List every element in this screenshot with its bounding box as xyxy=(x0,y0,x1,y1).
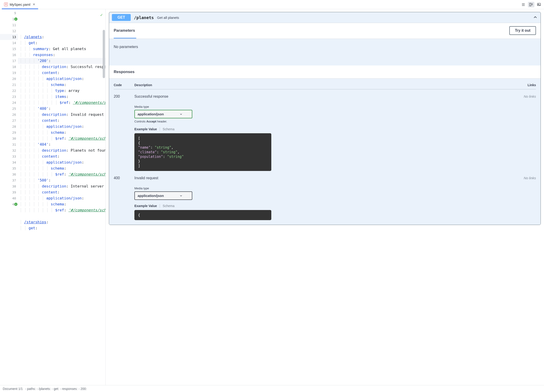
line-number: 18 xyxy=(0,64,18,70)
tab-example-value[interactable]: Example Value xyxy=(134,204,157,208)
code-line[interactable]: │ │ │ │ │ │ │ │ type: array xyxy=(18,88,106,94)
code-line[interactable]: │ │ │ │ │ description: Successful respon… xyxy=(18,64,106,70)
checkmark-icon: ✓ xyxy=(100,12,103,18)
example-code-block: [ { "name": "string", "climate": "string… xyxy=(134,133,271,171)
code-line[interactable]: │ │ │ │ │ content: xyxy=(18,70,106,76)
line-number: 24 xyxy=(0,100,18,106)
operation-summary: Get all planets xyxy=(157,16,179,19)
code-line[interactable]: │ │ │ │ │ description: Planets not found xyxy=(18,148,106,154)
line-number: 25 xyxy=(0,106,18,112)
code-line[interactable]: │ │ get: xyxy=(18,225,106,231)
code-line[interactable] xyxy=(18,213,106,219)
code-line[interactable]: │ │ │ │ │ │ │ │ items: xyxy=(18,94,106,100)
breadcrumb-segment[interactable]: paths: xyxy=(27,387,36,391)
code-line[interactable]: │ │ │ │ │ │ │ schema: xyxy=(18,201,106,207)
responses-heading: Responses xyxy=(109,65,541,79)
line-number: 28 xyxy=(0,124,18,130)
operation-header[interactable]: GET /planets Get all planets xyxy=(109,12,541,23)
line-number: 40 xyxy=(0,195,18,201)
code-line[interactable]: │ │ │ summary: Get all planets xyxy=(18,46,106,52)
line-number: 26 xyxy=(0,112,18,118)
code-line[interactable]: │ /planets: xyxy=(18,34,106,40)
line-number: 21 xyxy=(0,82,18,88)
chevron-right-icon: › xyxy=(78,387,80,391)
tab-schema[interactable]: Schema xyxy=(163,204,174,208)
run-gutter-icon[interactable]: ↻ xyxy=(14,18,18,21)
breadcrumb-segment[interactable]: 200: xyxy=(80,387,87,391)
svg-rect-3 xyxy=(530,3,531,6)
media-type-select[interactable]: application/json xyxy=(134,191,192,200)
swagger-preview: GET /planets Get all planets Parameters … xyxy=(106,9,544,385)
media-type-select[interactable]: application/json xyxy=(134,110,192,118)
example-value-tabs: Example ValueSchema xyxy=(134,127,518,131)
code-line[interactable]: │ │ │ │ │ content: xyxy=(18,118,106,124)
response-description-cell: Successful responseMedia typeapplication… xyxy=(134,95,518,171)
code-line[interactable]: │ │ │ │ │ │ application/json: xyxy=(18,160,106,166)
line-number: 13 xyxy=(0,34,18,40)
breadcrumb-segment[interactable]: get: xyxy=(54,387,59,391)
line-number: 37 xyxy=(0,177,18,183)
code-line[interactable]: │ │ │ │ │ description: Invalid request xyxy=(18,112,106,118)
list-view-icon[interactable] xyxy=(520,2,526,7)
split-preview-icon[interactable] xyxy=(528,2,534,7)
code-line[interactable]: │ │ │ │ │ │ │ │ $ref: '#/components/sche… xyxy=(18,172,106,177)
media-type-label: Media type xyxy=(134,187,518,190)
tab-bar: Y MySpec.yaml ✕ xyxy=(0,0,544,9)
line-number: 17 xyxy=(0,58,18,64)
operation-path: /planets xyxy=(134,15,154,20)
code-line[interactable]: │ │ │ │ │ │ │ │ │ $ref: '#/components/sc… xyxy=(18,100,106,106)
code-line[interactable]: │ │ │ │ │ │ application/json: xyxy=(18,195,106,201)
code-editor[interactable]: 910↻111213141516171819202122232425262728… xyxy=(0,9,106,385)
col-desc-label: Description xyxy=(134,83,518,87)
breadcrumb-segment[interactable]: /planets: xyxy=(39,387,51,391)
file-tab[interactable]: Y MySpec.yaml ✕ xyxy=(2,0,38,9)
accept-header-note: Controls Accept header. xyxy=(134,120,518,123)
tab-example-value[interactable]: Example Value xyxy=(134,127,157,131)
code-line[interactable]: │ │ │ │ │ │ │ schema: xyxy=(18,130,106,136)
code-line[interactable]: │ │ │ responses: xyxy=(18,52,106,58)
yaml-file-icon: Y xyxy=(4,3,8,6)
line-number: 29 xyxy=(0,130,18,136)
chevron-right-icon: › xyxy=(25,387,27,391)
line-number: 16 xyxy=(0,52,18,58)
col-links-label: Links xyxy=(518,83,536,87)
line-number: 11 xyxy=(0,22,18,28)
line-number: 10↻ xyxy=(0,16,18,22)
code-line[interactable]: │ │ │ │ '404': xyxy=(18,142,106,148)
preview-icon[interactable] xyxy=(536,2,542,7)
code-line[interactable]: │ │ │ │ '400': xyxy=(18,106,106,112)
code-line[interactable]: │ │ │ │ │ │ │ schema: xyxy=(18,166,106,172)
code-line[interactable]: │ │ │ │ '200': xyxy=(18,58,106,64)
example-value-tabs: Example ValueSchema xyxy=(134,204,518,208)
code-line[interactable]: │ │ │ │ │ │ │ schema: xyxy=(18,82,106,88)
code-line[interactable]: │ │ │ │ │ │ │ │ $ref: '#/components/sche… xyxy=(18,207,106,213)
tab-schema[interactable]: Schema xyxy=(163,127,174,131)
code-line[interactable]: │ │ │ │ │ │ application/json: xyxy=(18,124,106,130)
line-number: 9 xyxy=(0,10,18,16)
code-line[interactable]: │ /starships: xyxy=(18,219,106,225)
try-it-out-button[interactable]: Try it out xyxy=(509,26,536,35)
breadcrumb-segment[interactable]: responses: xyxy=(62,387,78,391)
no-parameters-text: No parameters xyxy=(109,39,541,65)
code-line[interactable]: │ │ │ │ │ content: xyxy=(18,154,106,160)
line-number: 33 xyxy=(0,154,18,160)
code-line[interactable]: │ │ │ │ │ │ application/json: xyxy=(18,76,106,82)
code-line[interactable]: │ │ get: xyxy=(18,40,106,46)
close-icon[interactable]: ✕ xyxy=(32,2,36,7)
response-row: 200Successful responseMedia typeapplicat… xyxy=(114,89,536,171)
media-type-label: Media type xyxy=(134,105,518,108)
code-line[interactable]: │ │ │ │ '500': xyxy=(18,177,106,183)
code-area[interactable]: ✓ │ /planets:│ │ get:│ │ │ summary: Get … xyxy=(18,9,106,385)
line-number: 41↻ xyxy=(0,201,18,207)
code-line[interactable]: │ │ │ │ │ content: xyxy=(18,189,106,195)
response-links: No links xyxy=(518,95,536,171)
run-gutter-icon[interactable]: ↻ xyxy=(14,203,18,206)
response-description: Invalid request xyxy=(134,176,518,180)
breadcrumb: Document 1/1 › paths: › /planets: › get:… xyxy=(0,385,544,392)
col-code-label: Code xyxy=(114,83,134,87)
scrollbar-thumb[interactable] xyxy=(103,30,105,78)
code-line[interactable]: │ │ │ │ │ │ │ │ $ref: '#/components/sche… xyxy=(18,136,106,142)
line-number: 22 xyxy=(0,88,18,94)
breadcrumb-doc: Document 1/1 xyxy=(3,387,23,391)
code-line[interactable]: │ │ │ │ │ description: Internal server e… xyxy=(18,183,106,189)
